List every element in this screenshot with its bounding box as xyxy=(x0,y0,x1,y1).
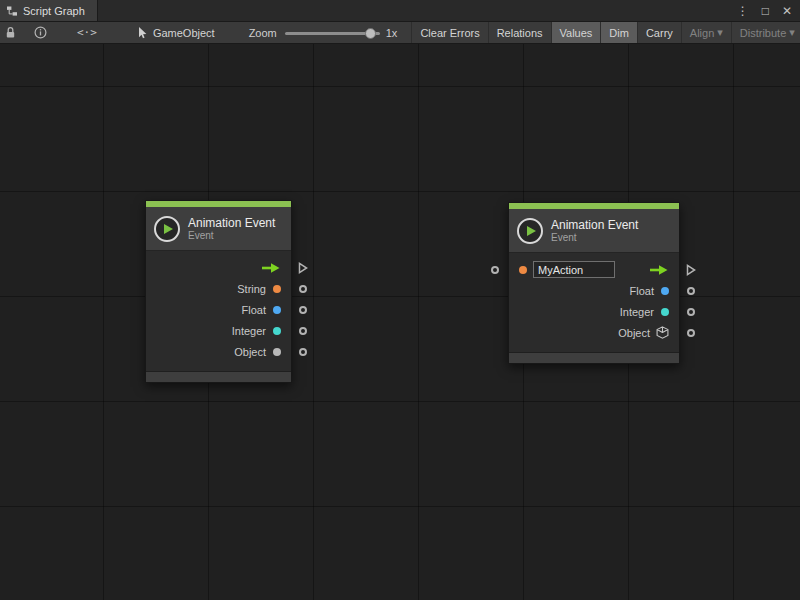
object-type-dot xyxy=(273,348,281,356)
info-icon-glyph xyxy=(34,26,47,39)
output-row-integer: Integer xyxy=(509,301,679,322)
flow-output-port[interactable] xyxy=(686,263,696,276)
node-body: Float Integer Object xyxy=(509,253,679,347)
title-bar: Script Graph ⋮ □ ✕ xyxy=(0,0,800,22)
value-output-port-object[interactable] xyxy=(299,348,307,356)
output-row-string: String xyxy=(146,278,291,299)
node-header[interactable]: Animation Event Event xyxy=(509,209,679,253)
values-button[interactable]: Values xyxy=(551,22,601,44)
cube-icon xyxy=(656,326,669,339)
event-play-icon xyxy=(517,218,543,244)
value-output-port-integer[interactable] xyxy=(299,327,307,335)
node-footer xyxy=(509,352,679,363)
zoom-label: Zoom xyxy=(249,27,277,39)
output-row-integer: Integer xyxy=(146,320,291,341)
value-output-port-string[interactable] xyxy=(299,285,307,293)
distribute-label: Distribute xyxy=(740,27,786,39)
toolbar-buttons: Clear Errors Relations Values Dim Carry … xyxy=(411,22,800,44)
port-label-object: Object xyxy=(618,327,650,339)
node-footer xyxy=(146,371,291,382)
titlebar-spacer xyxy=(98,0,737,21)
output-row-float: Float xyxy=(146,299,291,320)
chevron-down-icon: ▾ xyxy=(717,26,723,39)
action-input-row xyxy=(509,259,679,280)
port-label-object: Object xyxy=(234,346,266,358)
node-body: String Float Integer Object xyxy=(146,251,291,366)
flow-output-row xyxy=(146,257,291,278)
port-label-float: Float xyxy=(630,285,654,297)
integer-type-dot xyxy=(273,327,281,335)
port-label-integer: Integer xyxy=(620,306,654,318)
flow-arrow-icon xyxy=(649,264,669,276)
event-play-icon xyxy=(154,216,180,242)
info-icon[interactable] xyxy=(29,22,52,44)
chevron-down-icon: ▾ xyxy=(789,26,795,39)
script-graph-icon xyxy=(6,5,18,17)
graph-canvas[interactable]: Animation Event Event xyxy=(0,44,800,600)
node-subtitle: Event xyxy=(188,230,275,242)
clear-errors-label: Clear Errors xyxy=(420,27,479,39)
graph-toolbar: <·> GameObject Zoom 1x Clear Errors Rela… xyxy=(0,22,800,44)
window-controls: ⋮ □ ✕ xyxy=(737,0,800,21)
string-type-dot xyxy=(273,285,281,293)
port-label-integer: Integer xyxy=(232,325,266,337)
tab-script-graph[interactable]: Script Graph xyxy=(0,0,98,21)
node-animation-event-2[interactable]: Animation Event Event xyxy=(508,202,680,364)
carry-label: Carry xyxy=(646,27,673,39)
window-menu-icon[interactable]: ⋮ xyxy=(737,4,749,18)
node-subtitle: Event xyxy=(551,232,638,244)
flow-output-port[interactable] xyxy=(298,261,308,274)
float-type-dot xyxy=(661,287,669,295)
relations-label: Relations xyxy=(497,27,543,39)
node-animation-event-1[interactable]: Animation Event Event xyxy=(145,200,292,383)
port-label-string: String xyxy=(237,283,266,295)
string-type-dot xyxy=(519,266,527,274)
align-label: Align xyxy=(690,27,714,39)
node-title: Animation Event xyxy=(551,218,638,232)
value-input-port-action[interactable] xyxy=(491,266,499,274)
value-output-port-float[interactable] xyxy=(687,287,695,295)
float-type-dot xyxy=(273,306,281,314)
lock-icon[interactable] xyxy=(0,22,21,44)
carry-button[interactable]: Carry xyxy=(637,22,681,44)
dim-label: Dim xyxy=(609,27,629,39)
close-icon[interactable]: ✕ xyxy=(782,4,792,18)
tab-title: Script Graph xyxy=(23,5,85,17)
output-row-object: Object xyxy=(509,322,679,343)
node-header[interactable]: Animation Event Event xyxy=(146,207,291,251)
gameobject-label: GameObject xyxy=(153,27,215,39)
dim-button[interactable]: Dim xyxy=(600,22,637,44)
maximize-icon[interactable]: □ xyxy=(762,4,769,18)
code-icon[interactable]: <·> xyxy=(72,22,102,44)
lock-icon-glyph xyxy=(5,26,16,39)
port-label-float: Float xyxy=(242,304,266,316)
relations-button[interactable]: Relations xyxy=(488,22,551,44)
zoom-control: Zoom 1x xyxy=(249,22,398,44)
align-button[interactable]: Align ▾ xyxy=(681,22,731,44)
value-output-port-float[interactable] xyxy=(299,306,307,314)
distribute-button[interactable]: Distribute ▾ xyxy=(731,22,800,44)
zoom-value: 1x xyxy=(386,27,398,39)
gameobject-context[interactable]: GameObject xyxy=(136,26,215,39)
unity-script-graph-window: Script Graph ⋮ □ ✕ <·> xyxy=(0,0,800,600)
zoom-slider[interactable] xyxy=(285,22,380,44)
node-title: Animation Event xyxy=(188,216,275,230)
flow-arrow-icon xyxy=(261,262,281,274)
value-output-port-object[interactable] xyxy=(687,329,695,337)
clear-errors-button[interactable]: Clear Errors xyxy=(411,22,487,44)
code-icon-glyph: <·> xyxy=(77,26,97,39)
action-name-input[interactable] xyxy=(533,261,615,278)
output-row-object: Object xyxy=(146,341,291,362)
zoom-slider-thumb[interactable] xyxy=(365,28,376,39)
cursor-icon xyxy=(136,26,148,39)
integer-type-dot xyxy=(661,308,669,316)
output-row-float: Float xyxy=(509,280,679,301)
value-output-port-integer[interactable] xyxy=(687,308,695,316)
values-label: Values xyxy=(560,27,593,39)
